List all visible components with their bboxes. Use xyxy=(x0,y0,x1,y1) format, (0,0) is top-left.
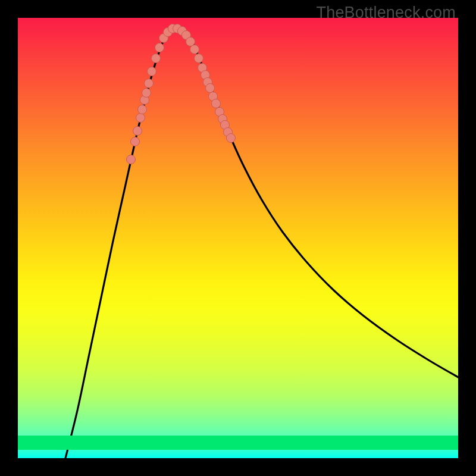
data-dot xyxy=(136,114,145,123)
data-dot xyxy=(227,134,236,143)
plot-area xyxy=(18,18,458,458)
curve-layer xyxy=(18,18,458,458)
data-dot xyxy=(131,137,140,146)
chart-frame: TheBottleneck.com xyxy=(0,0,476,476)
data-dot xyxy=(138,105,147,114)
data-dot xyxy=(190,45,199,54)
data-dot xyxy=(133,127,142,136)
data-dot xyxy=(148,67,156,76)
data-dot xyxy=(152,54,161,63)
bottleneck-curve xyxy=(65,28,458,458)
data-dot xyxy=(127,155,136,164)
green-band xyxy=(18,436,458,450)
data-dot xyxy=(155,43,164,52)
data-dot xyxy=(206,84,215,93)
data-dot xyxy=(142,89,151,98)
data-dot xyxy=(195,54,203,63)
data-dot xyxy=(145,79,154,88)
data-dot xyxy=(212,99,221,108)
data-dots-group xyxy=(127,24,236,164)
